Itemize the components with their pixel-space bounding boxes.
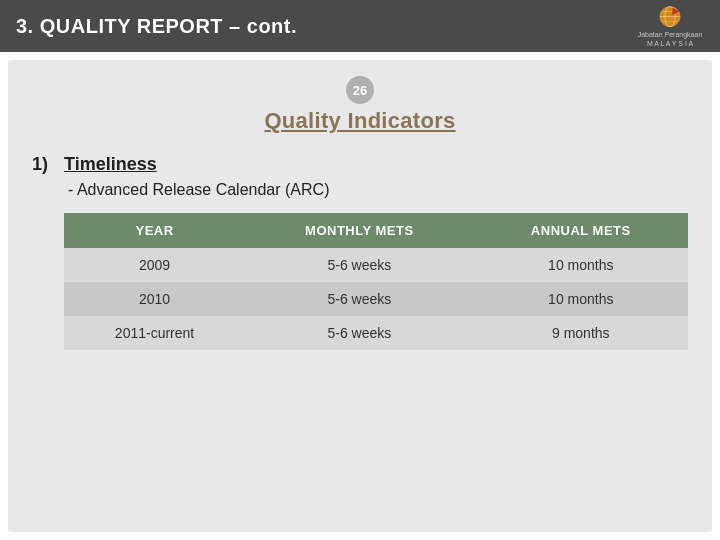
item-number-1: 1) [32,154,56,175]
cell-monthly-0: 5-6 weeks [245,248,474,282]
slide-title: 3. QUALITY REPORT – cont. [16,15,297,38]
col-header-monthly: MONTHLY METS [245,213,474,248]
cell-annual-0: 10 months [474,248,688,282]
subsection-timeliness: 1) Timeliness - Advanced Release Calenda… [32,154,688,350]
globe-icon [651,4,689,29]
cell-annual-2: 9 months [474,316,688,350]
numbered-item-1: 1) Timeliness - Advanced Release Calenda… [32,154,688,350]
arc-table: YEAR MONTHLY METS ANNUAL METS 2009 5-6 w… [64,213,688,350]
item-content-1: Timeliness - Advanced Release Calendar (… [64,154,688,350]
cell-monthly-1: 5-6 weeks [245,282,474,316]
slide: 3. QUALITY REPORT – cont. Jabatan Perang… [0,0,720,540]
col-header-annual: ANNUAL METS [474,213,688,248]
subsection-heading: Timeliness [64,154,688,175]
slide-number-row: 26 [32,76,688,104]
table-row: 2010 5-6 weeks 10 months [64,282,688,316]
col-header-year: YEAR [64,213,245,248]
header-bar: 3. QUALITY REPORT – cont. Jabatan Perang… [0,0,720,52]
cell-year-1: 2010 [64,282,245,316]
cell-annual-1: 10 months [474,282,688,316]
logo-area: Jabatan PerangkaanM A L A Y S I A [630,4,710,48]
cell-monthly-2: 5-6 weeks [245,316,474,350]
table-header-row: YEAR MONTHLY METS ANNUAL METS [64,213,688,248]
table-row: 2011-current 5-6 weeks 9 months [64,316,688,350]
section-title: Quality Indicators [32,108,688,134]
subsection-subtitle: - Advanced Release Calendar (ARC) [64,181,688,199]
logo-text: Jabatan PerangkaanM A L A Y S I A [638,31,703,48]
cell-year-0: 2009 [64,248,245,282]
slide-number-badge: 26 [346,76,374,104]
cell-year-2: 2011-current [64,316,245,350]
table-row: 2009 5-6 weeks 10 months [64,248,688,282]
content-area: 26 Quality Indicators 1) Timeliness - Ad… [8,60,712,532]
